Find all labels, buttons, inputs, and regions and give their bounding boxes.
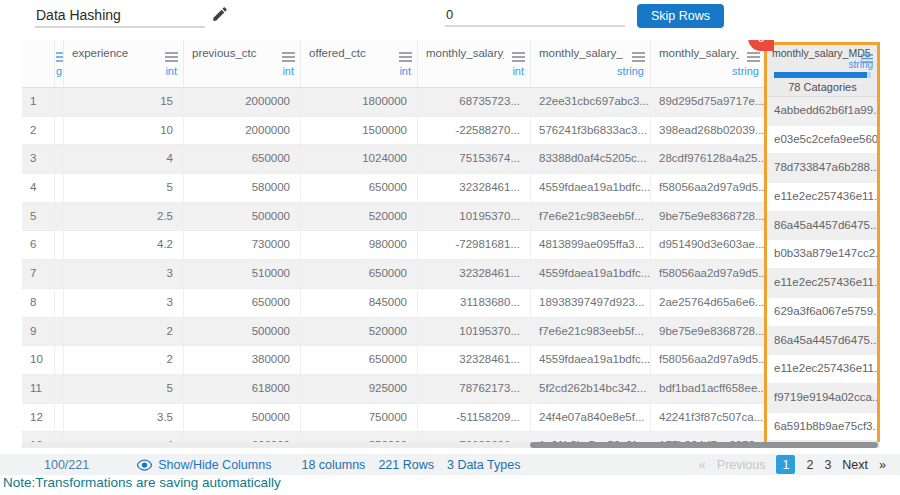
- table-cell: 925000: [301, 375, 418, 403]
- columns-count-label: 18 columns: [301, 458, 365, 472]
- column-header-experience[interactable]: experience int: [64, 40, 184, 87]
- column-menu-icon[interactable]: [165, 48, 178, 66]
- transformation-name-input[interactable]: [35, 4, 205, 28]
- table-cell: 6a591b8b9ae75cf3...: [767, 413, 877, 442]
- table-row: 4558000065000032328461...4559fdaea19a1bd…: [22, 174, 880, 203]
- table-cell: 15: [64, 88, 184, 116]
- table-cell: 3: [64, 289, 184, 317]
- row-number-cell: 10: [22, 346, 55, 374]
- column-type-label: string: [772, 59, 873, 70]
- table-cell: 500000: [184, 203, 301, 231]
- horizontal-scrollbar-thumb[interactable]: [530, 442, 878, 448]
- column-menu-icon[interactable]: [56, 48, 64, 66]
- table-cell: 2ae25764d65a6e6...: [651, 289, 766, 317]
- column-menu-icon[interactable]: [632, 48, 645, 66]
- row-number-cell: 9: [22, 318, 55, 346]
- column-menu-icon[interactable]: [861, 49, 873, 67]
- pagination: « Previous 123 Next »: [699, 455, 886, 474]
- edit-pencil-icon[interactable]: [211, 5, 229, 23]
- eye-icon: [137, 459, 152, 471]
- table-cell: 618000: [184, 375, 301, 403]
- next-arrow[interactable]: »: [879, 458, 886, 472]
- column-menu-icon[interactable]: [512, 48, 525, 66]
- page-button-3[interactable]: 3: [824, 458, 831, 472]
- table-row: 8365000084500031183680...18938397497d923…: [22, 289, 880, 318]
- table-cell: 10: [64, 117, 184, 145]
- table-cell: 2000000: [184, 117, 301, 145]
- next-button[interactable]: Next: [842, 458, 868, 472]
- page-button-1[interactable]: 1: [776, 455, 795, 474]
- table-cell: 75153674...: [418, 145, 531, 173]
- highlighted-column-cells: 4abbedd62b6f1a99...e03e5c2cefa9ee560...7…: [767, 97, 877, 448]
- column-type-label: string: [617, 65, 644, 77]
- table-cell: 650000: [301, 174, 418, 202]
- table-cell: 9be75e9e8368728...: [651, 318, 766, 346]
- column-header-previous_ctc[interactable]: previous_ctc int: [184, 40, 301, 87]
- table-cell: 398ead268b02039...: [651, 117, 766, 145]
- table-cell: 5f2cd262b14bc342...: [531, 375, 651, 403]
- column-header-monthly_salary_Ha...[interactable]: monthly_salary_Ha... int: [418, 40, 531, 87]
- table-cell: 68735723...: [418, 88, 531, 116]
- table-cell: [55, 375, 64, 403]
- skip-rows-button[interactable]: Skip Rows: [637, 4, 724, 28]
- table-cell: 5: [64, 174, 184, 202]
- horizontal-scrollbar[interactable]: [22, 442, 880, 448]
- table-cell: [55, 346, 64, 374]
- table-cell: 650000: [184, 289, 301, 317]
- table-cell: 576241f3b6833ac3...: [531, 117, 651, 145]
- table-row: 1152000000180000068735723...22ee31cbc697…: [22, 88, 880, 117]
- table-row: 11561800092500078762173...5f2cd262b14bc3…: [22, 375, 880, 404]
- column-header-monthly-salary-md5[interactable]: monthly_salary_MD5 string 78 Catagories: [767, 45, 877, 97]
- table-cell: [55, 289, 64, 317]
- row-number-cell: 11: [22, 375, 55, 403]
- table-cell: 83388d0af4c5205c...: [531, 145, 651, 173]
- table-cell: 2000000: [184, 88, 301, 116]
- table-cell: 86a45a4457d6475...: [767, 327, 877, 356]
- table-cell: d951490d3e603ae...: [651, 231, 766, 259]
- table-cell: -22588270...: [418, 117, 531, 145]
- table-row: 64.2730000980000-72981681...4813899ae095…: [22, 231, 880, 260]
- table-cell: 2: [64, 346, 184, 374]
- show-hide-columns-button[interactable]: Show/Hide Columns: [137, 458, 271, 472]
- table-cell: 4559fdaea19a1bdfc...: [531, 260, 651, 288]
- column-header-offered_ctc[interactable]: offered_ctc int: [301, 40, 418, 87]
- table-cell: 22ee31cbc697abc3...: [531, 88, 651, 116]
- top-toolbar: Skip Rows: [0, 0, 900, 36]
- table-cell: 650000: [184, 145, 301, 173]
- categories-count-label: 78 Catagories: [772, 81, 873, 94]
- column-type-label: int: [165, 65, 177, 77]
- table-cell: 3.5: [64, 404, 184, 432]
- column-name-label: monthly_salary_Ha...: [426, 47, 504, 59]
- table-cell: [55, 117, 64, 145]
- table-cell: 2: [64, 318, 184, 346]
- highlighted-column-monthly-salary-md5[interactable]: monthly_salary_MD5 string 78 Catagories …: [764, 42, 880, 448]
- column-header-hidden[interactable]: g: [55, 40, 64, 87]
- column-header-monthly_salary_Sh...[interactable]: monthly_salary_Sh... string: [531, 40, 651, 87]
- column-header-monthly_salary_Sh...[interactable]: monthly_salary_Sh... string: [651, 40, 766, 87]
- table-cell: 42241f3f87c507ca...: [651, 404, 766, 432]
- column-menu-icon[interactable]: [282, 48, 295, 66]
- table-cell: 24f4e07a840e8e5f...: [531, 404, 651, 432]
- table-cell: [55, 88, 64, 116]
- table-cell: 3: [64, 260, 184, 288]
- skip-rows-input[interactable]: [445, 4, 625, 27]
- table-cell: 89d295d75a9717e...: [651, 88, 766, 116]
- table-cell: f7e6e21c983eeb5f...: [531, 318, 651, 346]
- previous-arrow[interactable]: «: [699, 458, 706, 472]
- column-name-label: monthly_salary_Sh...: [539, 47, 623, 59]
- table-cell: [55, 145, 64, 173]
- table-cell: e11e2ec257436e11...: [767, 355, 877, 384]
- row-number-cell: 3: [22, 145, 55, 173]
- table-row: 123.5500000750000-51158209...24f4e07a840…: [22, 404, 880, 433]
- column-menu-icon[interactable]: [399, 48, 412, 66]
- table-cell: f7e6e21c983eeb5f...: [531, 203, 651, 231]
- table-cell: [55, 203, 64, 231]
- table-cell: [55, 318, 64, 346]
- table-cell: 32328461...: [418, 260, 531, 288]
- previous-button[interactable]: Previous: [717, 458, 766, 472]
- table-cell: 1500000: [301, 117, 418, 145]
- page-button-2[interactable]: 2: [806, 458, 813, 472]
- table-row: 10238000065000032328461...4559fdaea19a1b…: [22, 346, 880, 375]
- row-number-cell: 12: [22, 404, 55, 432]
- table-cell: 4: [64, 145, 184, 173]
